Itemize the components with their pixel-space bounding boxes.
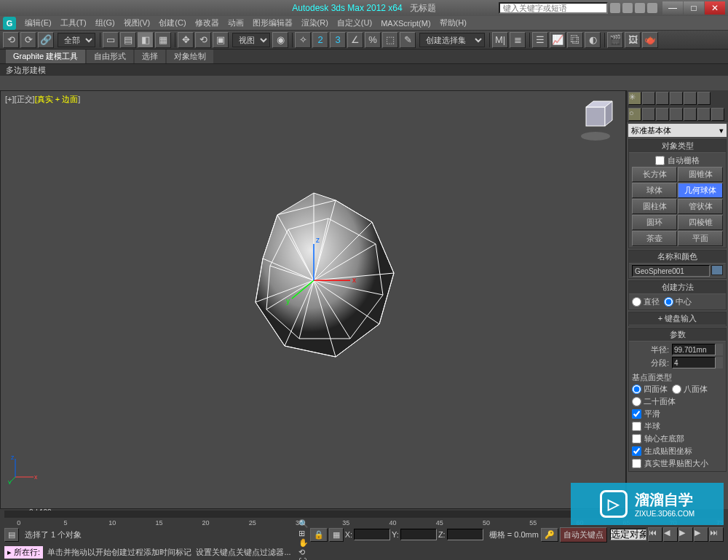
tab-utilities[interactable] bbox=[697, 92, 711, 105]
keyfilter-button[interactable]: 关键点过滤器... bbox=[236, 547, 290, 558]
select-name-button[interactable]: ▤ bbox=[120, 32, 136, 48]
maximize-button[interactable]: □ bbox=[684, 1, 704, 15]
render-frame-button[interactable]: 🖼 bbox=[625, 32, 641, 48]
scale-button[interactable]: ▣ bbox=[213, 32, 229, 48]
rollout-name-header[interactable]: 名称和颜色 bbox=[629, 251, 726, 264]
undo-button[interactable]: ⟲ bbox=[3, 32, 19, 48]
search-icon[interactable] bbox=[610, 3, 620, 13]
select-region-button[interactable]: ◧ bbox=[138, 32, 154, 48]
octa-radio[interactable] bbox=[672, 384, 681, 394]
icosa-radio[interactable] bbox=[632, 397, 641, 406]
curve-editor-button[interactable]: 📈 bbox=[550, 32, 566, 48]
subtab-lights[interactable] bbox=[656, 108, 669, 121]
center-radio[interactable] bbox=[664, 297, 673, 307]
radius-spin-buttons[interactable] bbox=[716, 344, 723, 355]
autokey-button[interactable]: 自动关键点 bbox=[560, 527, 607, 543]
add-time-tag-label[interactable]: 添加时间标记 bbox=[143, 547, 191, 558]
z-field[interactable] bbox=[447, 529, 483, 540]
prev-frame-button[interactable]: ◀ bbox=[663, 527, 678, 542]
menu-maxscript[interactable]: MAXScript(M) bbox=[376, 19, 435, 28]
tab-motion[interactable] bbox=[670, 92, 683, 105]
rollout-objtype-header[interactable]: 对象类型 bbox=[629, 140, 726, 153]
category-dropdown[interactable]: 标准基本体▾ bbox=[628, 124, 727, 137]
tab-display[interactable] bbox=[684, 92, 697, 105]
prim-teapot-button[interactable]: 茶壶 bbox=[632, 231, 677, 246]
radius-spinner[interactable] bbox=[672, 344, 716, 355]
snap-3d-button[interactable]: 3 bbox=[330, 32, 346, 48]
schematic-button[interactable]: ⿻ bbox=[567, 32, 583, 48]
window-crossing-button[interactable]: ▦ bbox=[155, 32, 171, 48]
prim-tube-button[interactable]: 管状体 bbox=[678, 199, 723, 214]
prim-geosphere-button[interactable]: 几何球体 bbox=[678, 183, 723, 198]
segments-spinner[interactable] bbox=[672, 357, 716, 368]
orbit-button[interactable]: ⟲ bbox=[298, 548, 309, 557]
help-search-input[interactable] bbox=[499, 2, 608, 14]
prim-pyramid-button[interactable]: 四棱锥 bbox=[678, 215, 723, 230]
hemi-checkbox[interactable] bbox=[632, 422, 641, 431]
tetra-radio[interactable] bbox=[632, 384, 641, 394]
genuv-checkbox[interactable] bbox=[632, 446, 641, 456]
redo-button[interactable]: ⟳ bbox=[20, 32, 36, 48]
ribbon-tab-paint[interactable]: 对象绘制 bbox=[167, 50, 213, 63]
lock-selection-button[interactable]: 🔒 bbox=[310, 528, 328, 542]
rollout-create-header[interactable]: 创建方法 bbox=[629, 281, 726, 294]
rotate-button[interactable]: ⟲ bbox=[195, 32, 211, 48]
zoom-all-button[interactable]: ⊞ bbox=[298, 529, 309, 538]
geosphere-object[interactable]: x y z bbox=[205, 171, 423, 390]
render-setup-button[interactable]: 🎬 bbox=[607, 32, 623, 48]
goto-end-button[interactable]: ⏭ bbox=[709, 527, 724, 542]
help-icon[interactable] bbox=[647, 3, 657, 13]
transform-typein-button[interactable]: ▦ bbox=[329, 528, 344, 542]
key-mode-button[interactable]: 🔑 bbox=[541, 528, 558, 542]
subtab-shapes[interactable] bbox=[642, 108, 655, 121]
script-mini-button[interactable]: ▤ bbox=[4, 528, 19, 542]
viewport[interactable]: [+][正交][真实 + 边面] x y bbox=[0, 90, 626, 509]
menu-edit[interactable]: 编辑(E) bbox=[20, 17, 56, 28]
menu-grapheditors[interactable]: 图形编辑器 bbox=[248, 17, 297, 28]
ribbon-tab-freeform[interactable]: 自由形式 bbox=[87, 50, 133, 63]
zoom-extents-button[interactable]: ⛶ bbox=[298, 557, 309, 560]
menu-create[interactable]: 创建(C) bbox=[154, 17, 190, 28]
y-field[interactable] bbox=[400, 529, 437, 540]
pan-button[interactable]: ✋ bbox=[298, 538, 309, 548]
tab-hierarchy[interactable] bbox=[656, 92, 669, 105]
segments-spin-buttons[interactable] bbox=[716, 357, 723, 368]
comm-icon[interactable] bbox=[622, 3, 633, 13]
material-editor-button[interactable]: ◐ bbox=[585, 32, 601, 48]
link-button[interactable]: 🔗 bbox=[38, 32, 54, 48]
smooth-checkbox[interactable] bbox=[632, 409, 641, 419]
star-icon[interactable] bbox=[635, 3, 645, 13]
autogrid-checkbox[interactable] bbox=[655, 156, 665, 165]
zoom-button[interactable]: 🔍 bbox=[298, 519, 309, 529]
menu-help[interactable]: 帮助(H) bbox=[435, 17, 471, 28]
menu-render[interactable]: 渲染(R) bbox=[297, 17, 333, 28]
subtab-systems[interactable] bbox=[711, 108, 724, 121]
menu-group[interactable]: 组(G) bbox=[91, 17, 119, 28]
minimize-button[interactable]: — bbox=[662, 1, 683, 15]
basepivot-checkbox[interactable] bbox=[632, 434, 641, 443]
ribbon-tab-select[interactable]: 选择 bbox=[135, 50, 165, 63]
ref-coord-dropdown[interactable]: 视图 bbox=[232, 33, 270, 47]
spinner-snap-button[interactable]: ⬚ bbox=[382, 32, 398, 48]
menu-customize[interactable]: 自定义(U) bbox=[333, 17, 376, 28]
subtab-geometry[interactable]: ○ bbox=[628, 108, 641, 121]
rollout-keyboard-header[interactable]: + 键盘输入 bbox=[629, 312, 726, 326]
menu-modifiers[interactable]: 修改器 bbox=[191, 17, 223, 28]
keyfilter-drop[interactable] bbox=[610, 529, 646, 540]
menu-tools[interactable]: 工具(T) bbox=[56, 17, 91, 28]
layers-button[interactable]: ☰ bbox=[532, 32, 548, 48]
selection-filter[interactable]: 全部 bbox=[58, 33, 95, 47]
mirror-button[interactable]: M| bbox=[492, 32, 508, 48]
tab-create[interactable]: ✳ bbox=[628, 92, 641, 105]
viewport-label[interactable]: [+][正交][真实 + 边面] bbox=[5, 94, 80, 105]
snap-2d-button[interactable]: 2 bbox=[312, 32, 328, 48]
rollout-params-header[interactable]: 参数 bbox=[629, 328, 726, 342]
close-button[interactable]: ✕ bbox=[705, 1, 725, 15]
tab-modify[interactable] bbox=[642, 92, 655, 105]
x-field[interactable] bbox=[354, 529, 390, 540]
setkey-button[interactable]: 设置关键点 bbox=[196, 547, 236, 558]
prim-torus-button[interactable]: 圆环 bbox=[632, 215, 677, 230]
ribbon-tab-graphite[interactable]: Graphite 建模工具 bbox=[6, 50, 85, 63]
menu-animation[interactable]: 动画 bbox=[223, 17, 248, 28]
play-button[interactable]: ▶ bbox=[678, 527, 693, 542]
